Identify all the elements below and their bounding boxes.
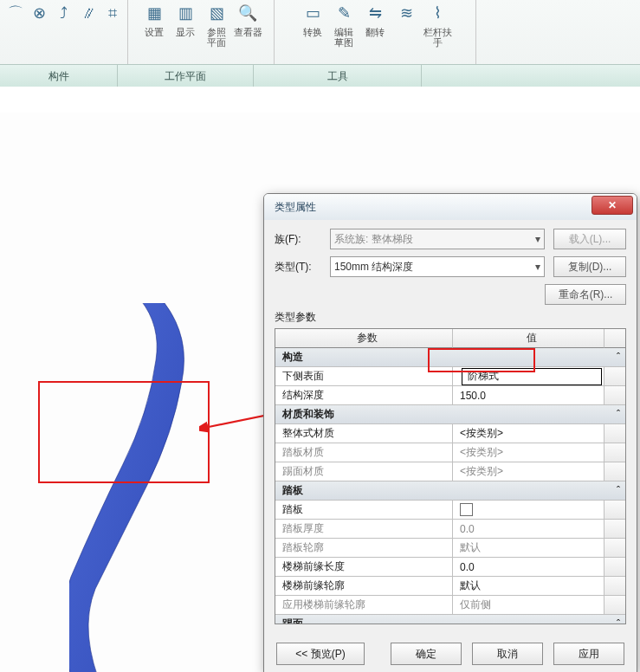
ribbon-icon: ⤴ bbox=[54, 3, 74, 23]
col-param: 参数 bbox=[275, 329, 453, 348]
ribbon-icon: ✎ bbox=[333, 3, 354, 23]
ribbon-button[interactable]: ⊗ bbox=[28, 2, 52, 62]
param-value[interactable]: 0.0 bbox=[453, 558, 604, 577]
ribbon-button[interactable]: ▧参照平面 bbox=[201, 2, 232, 62]
param-value[interactable]: <按类别> bbox=[453, 443, 604, 462]
ribbon-lower-strip bbox=[0, 87, 640, 113]
param-value[interactable]: 150.0 bbox=[453, 386, 604, 405]
ribbon-button[interactable]: ⌇栏杆扶手 bbox=[422, 2, 453, 62]
ok-button[interactable]: 确定 bbox=[391, 643, 462, 665]
close-icon[interactable]: ✕ bbox=[592, 196, 633, 215]
param-name: 应用楼梯前缘轮廓 bbox=[275, 596, 453, 615]
ribbon-button[interactable]: ⤴ bbox=[52, 2, 76, 62]
dialog-title: 类型属性 bbox=[275, 200, 316, 215]
chevron-down-icon: ▾ bbox=[535, 261, 540, 273]
collapse-icon[interactable]: ˆ bbox=[604, 615, 625, 624]
apply-button[interactable]: 应用 bbox=[553, 643, 624, 665]
ribbon-button[interactable]: ▭转换 bbox=[297, 2, 328, 62]
stair-model bbox=[69, 303, 225, 672]
ribbon-button[interactable]: 🔍查看器 bbox=[232, 2, 263, 62]
family-combo[interactable]: 系统族: 整体梯段 ▾ bbox=[330, 229, 545, 249]
col-value: 值 bbox=[453, 329, 604, 348]
param-value[interactable] bbox=[453, 501, 604, 520]
rename-button[interactable]: 重命名(R)... bbox=[545, 284, 626, 305]
ribbon-button-label: 参照平面 bbox=[207, 27, 226, 48]
param-value[interactable]: 仅前侧 bbox=[453, 596, 604, 615]
param-category[interactable]: 材质和装饰 bbox=[275, 405, 604, 424]
param-category[interactable]: 踢面 bbox=[275, 615, 604, 624]
ribbon-icon: ▧ bbox=[206, 3, 227, 23]
dialog-titlebar[interactable]: 类型属性 ✕ bbox=[264, 194, 637, 220]
param-value[interactable]: 0.0 bbox=[453, 520, 604, 539]
copy-button[interactable]: 复制(D)... bbox=[553, 256, 626, 277]
type-label: 类型(T): bbox=[275, 260, 330, 275]
param-name: 踏板材质 bbox=[275, 443, 453, 462]
cancel-button[interactable]: 取消 bbox=[472, 643, 543, 665]
ribbon-group-workplane: 工作平面 bbox=[118, 65, 254, 88]
param-category[interactable]: 构造 bbox=[275, 348, 604, 367]
load-button[interactable]: 载入(L)... bbox=[553, 229, 626, 249]
param-name: 楼梯前缘长度 bbox=[275, 558, 453, 577]
param-name: 踏板 bbox=[275, 501, 453, 520]
param-value[interactable]: 默认 bbox=[453, 577, 604, 596]
param-category[interactable]: 踏板 bbox=[275, 481, 604, 501]
type-properties-dialog: 类型属性 ✕ 族(F): 系统族: 整体梯段 ▾ 载入(L)... 类型(T):… bbox=[263, 193, 637, 672]
ribbon-icon: ▦ bbox=[144, 3, 165, 23]
ribbon-icon: ⌒ bbox=[5, 3, 26, 23]
params-table: 参数 值 构造ˆ下侧表面阶梯式结构深度150.0材质和装饰ˆ整体式材质<按类别>… bbox=[275, 328, 626, 624]
col-expander bbox=[604, 329, 625, 348]
ribbon-button-label: 设置 bbox=[145, 27, 164, 37]
collapse-icon[interactable]: ˆ bbox=[604, 405, 625, 424]
ribbon-icon: ▥ bbox=[175, 3, 196, 23]
param-name: 整体式材质 bbox=[275, 424, 453, 443]
ribbon-button-label: 编辑草图 bbox=[334, 27, 353, 48]
param-value[interactable]: 默认 bbox=[453, 539, 604, 558]
ribbon-button[interactable]: ≋ bbox=[391, 2, 422, 62]
ribbon-button-label: 翻转 bbox=[365, 27, 385, 37]
ribbon-icon: ▭ bbox=[302, 3, 323, 23]
param-value[interactable]: 阶梯式 bbox=[453, 367, 604, 386]
preview-button[interactable]: << 预览(P) bbox=[276, 643, 365, 665]
collapse-icon[interactable]: ˆ bbox=[604, 481, 625, 501]
ribbon-button-label: 查看器 bbox=[234, 27, 262, 37]
ribbon-icon: ⫽ bbox=[78, 3, 99, 23]
ribbon-button-label: 显示 bbox=[176, 27, 195, 37]
ribbon-button[interactable]: ⇋翻转 bbox=[359, 2, 391, 62]
ribbon-icon: ⊗ bbox=[29, 3, 50, 23]
param-name: 踏板轮廓 bbox=[275, 539, 453, 558]
annotation-box-view bbox=[38, 381, 210, 483]
collapse-icon[interactable]: ˆ bbox=[604, 348, 625, 367]
ribbon-icon: ≋ bbox=[396, 3, 417, 23]
ribbon-icon: ⌇ bbox=[427, 3, 448, 23]
param-value[interactable]: <按类别> bbox=[453, 424, 604, 443]
ribbon-button[interactable]: ⌗ bbox=[100, 2, 125, 62]
ribbon-button-label: 转换 bbox=[303, 27, 322, 37]
param-value-input[interactable]: 阶梯式 bbox=[462, 368, 602, 385]
family-label: 族(F): bbox=[275, 232, 330, 247]
chevron-down-icon: ▾ bbox=[535, 233, 540, 245]
param-name: 下侧表面 bbox=[275, 367, 453, 386]
param-name: 踢面材质 bbox=[275, 462, 453, 481]
ribbon: ⌒⊗⤴⫽⌗ ▦设置▥显示▧参照平面🔍查看器 ▭转换✎编辑草图⇋翻转≋⌇栏杆扶手 … bbox=[0, 0, 640, 89]
ribbon-icon: ⌗ bbox=[102, 3, 123, 23]
checkbox[interactable] bbox=[460, 503, 473, 516]
ribbon-icon: ⇋ bbox=[365, 3, 385, 23]
ribbon-icon: 🔍 bbox=[237, 3, 258, 23]
param-value[interactable]: <按类别> bbox=[453, 462, 604, 481]
type-params-label: 类型参数 bbox=[275, 310, 626, 325]
ribbon-button-label: 栏杆扶手 bbox=[423, 27, 452, 48]
ribbon-button[interactable]: ⫽ bbox=[76, 2, 100, 62]
ribbon-group-components: 构件 bbox=[0, 65, 118, 88]
param-name: 楼梯前缘轮廓 bbox=[275, 577, 453, 596]
param-name: 结构深度 bbox=[275, 386, 453, 405]
ribbon-button[interactable]: ✎编辑草图 bbox=[328, 2, 359, 62]
ribbon-button[interactable]: ⌒ bbox=[3, 2, 28, 62]
ribbon-group-tools: 工具 bbox=[254, 65, 422, 88]
type-combo[interactable]: 150mm 结构深度 ▾ bbox=[330, 256, 545, 277]
ribbon-button[interactable]: ▥显示 bbox=[170, 2, 201, 62]
ribbon-button[interactable]: ▦设置 bbox=[139, 2, 170, 62]
param-name: 踏板厚度 bbox=[275, 520, 453, 539]
